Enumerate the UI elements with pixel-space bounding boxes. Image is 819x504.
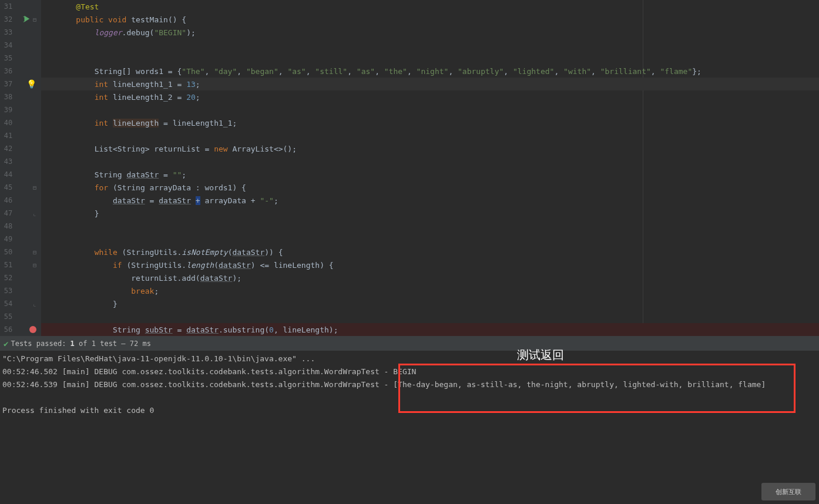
code-line[interactable]: String[] words1 = {"The", "day", "began"… (41, 65, 819, 78)
gutter-row[interactable]: 40 (0, 116, 41, 129)
gutter-row[interactable]: 55 (0, 310, 41, 323)
gutter-row[interactable]: 36 (0, 65, 41, 78)
gutter-row[interactable]: 44 (0, 168, 41, 181)
bottom-panel: ✔ Tests passed: 1 of 1 test – 72 ms 测试返回… (0, 336, 819, 504)
gutter-row[interactable]: 41 (0, 129, 41, 142)
gutter-row[interactable]: 50⊟ (0, 246, 41, 258)
gutter-row[interactable]: 53 (0, 284, 41, 297)
editor-area: 31 32⊟ 33 34 35 36 37💡 38 39 40 41 42 43… (0, 0, 819, 336)
code-line[interactable]: if (StringUtils.length(dataStr) <= lineL… (41, 258, 819, 271)
watermark-logo: 创新互联 (761, 483, 815, 500)
gutter-row[interactable]: 45⊟ (0, 181, 41, 194)
code-line[interactable]: @Test (41, 0, 819, 13)
gutter-row[interactable]: 48 (0, 220, 41, 233)
gutter-row[interactable]: 51⊟ (0, 258, 41, 271)
gutter-row[interactable]: 43 (0, 155, 41, 168)
code-line[interactable]: } (41, 207, 819, 220)
code-line[interactable]: List<String> returnList = new ArrayList<… (41, 142, 819, 155)
gutter-row[interactable]: 34 (0, 39, 41, 52)
breakpoint-icon[interactable] (29, 326, 36, 333)
fold-icon[interactable]: ⊟ (33, 249, 36, 256)
fold-end-icon[interactable]: ⌞ (33, 210, 36, 217)
gutter-row[interactable]: 33 (0, 26, 41, 39)
gutter-row[interactable]: 54⌞ (0, 297, 41, 310)
gutter-row[interactable]: 39 (0, 103, 41, 116)
code-line[interactable]: } (41, 297, 819, 310)
console-line (2, 393, 817, 406)
code-line[interactable]: for (String arrayData : words1) { (41, 181, 819, 194)
code-area[interactable]: @Test public void testMain() { logger.de… (41, 0, 819, 336)
code-line[interactable] (41, 103, 819, 116)
fold-icon[interactable]: ⊟ (33, 16, 36, 23)
gutter-row[interactable]: 52 (0, 271, 41, 284)
gutter-row[interactable]: 32⊟ (0, 13, 41, 26)
intention-bulb-icon[interactable]: 💡 (26, 79, 36, 89)
run-test-icon[interactable] (22, 15, 31, 25)
annotation-label: 测试返回 (517, 347, 564, 363)
code-line-current[interactable]: int lineLength1_1 = 13; (41, 78, 819, 90)
code-line[interactable]: logger.debug("BEGIN"); (41, 26, 819, 39)
gutter-row[interactable]: 56 (0, 323, 41, 336)
gutter-row[interactable]: 47⌞ (0, 207, 41, 220)
gutter-row[interactable]: 31 (0, 0, 41, 13)
code-line[interactable] (41, 233, 819, 246)
console-line: Process finished with exit code 0 (2, 406, 817, 419)
code-line[interactable] (41, 220, 819, 233)
code-line[interactable]: int lineLength = lineLength1_1; (41, 116, 819, 129)
test-status-text: Tests passed: 1 of 1 test – 72 ms (11, 340, 150, 348)
code-line[interactable]: dataStr = dataStr + arrayData + "-"; (41, 194, 819, 207)
code-line[interactable]: String dataStr = ""; (41, 168, 819, 181)
console-output[interactable]: 测试返回 "C:\Program Files\RedHat\java-11-op… (0, 351, 819, 504)
console-line: 00:52:46.539 [main] DEBUG com.ossez.tool… (2, 380, 817, 393)
code-line[interactable]: while (StringUtils.isNotEmpty(dataStr)) … (41, 246, 819, 258)
gutter-row[interactable]: 37💡 (0, 78, 41, 90)
code-line[interactable] (41, 155, 819, 168)
code-line[interactable] (41, 52, 819, 65)
code-line[interactable]: break; (41, 284, 819, 297)
gutter-row[interactable]: 49 (0, 233, 41, 246)
console-line: "C:\Program Files\RedHat\java-11-openjdk… (2, 354, 817, 367)
fold-end-icon[interactable]: ⌞ (33, 301, 36, 307)
code-line[interactable] (41, 129, 819, 142)
code-line[interactable]: public void testMain() { (41, 13, 819, 26)
code-line[interactable] (41, 39, 819, 52)
code-line[interactable]: returnList.add(dataStr); (41, 271, 819, 284)
console-line: 00:52:46.502 [main] DEBUG com.ossez.tool… (2, 367, 817, 380)
gutter-row[interactable]: 42 (0, 142, 41, 155)
code-line[interactable] (41, 310, 819, 323)
gutter: 31 32⊟ 33 34 35 36 37💡 38 39 40 41 42 43… (0, 0, 41, 336)
gutter-row[interactable]: 35 (0, 52, 41, 65)
gutter-row[interactable]: 38 (0, 90, 41, 103)
gutter-row[interactable]: 46 (0, 194, 41, 207)
fold-icon[interactable]: ⊟ (33, 184, 36, 191)
code-line[interactable]: int lineLength1_2 = 20; (41, 90, 819, 103)
fold-icon[interactable]: ⊟ (33, 262, 36, 268)
test-status-bar: ✔ Tests passed: 1 of 1 test – 72 ms (0, 336, 819, 351)
check-icon: ✔ (4, 339, 8, 348)
code-line-breakpoint[interactable]: String subStr = dataStr.substring(0, lin… (41, 323, 819, 336)
